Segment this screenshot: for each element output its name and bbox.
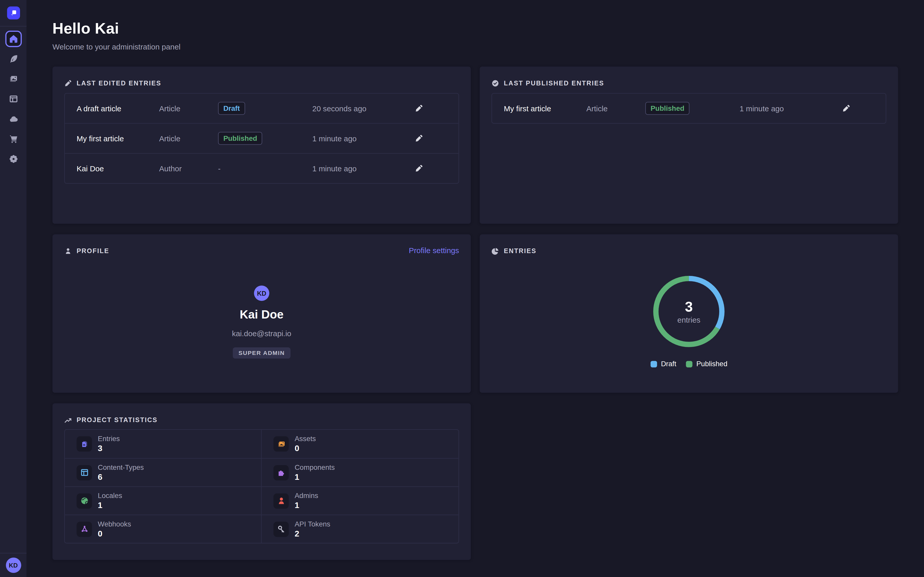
sidebar-item-content-manager[interactable] xyxy=(5,50,21,67)
sidebar-footer: KD xyxy=(0,553,26,577)
entry-time: 1 minute ago xyxy=(740,104,840,113)
card-title-text: PROJECT STATISTICS xyxy=(76,416,157,423)
entries-header: ENTRIES xyxy=(491,246,886,256)
webhook-icon xyxy=(76,521,92,537)
sidebar-item-cloud[interactable] xyxy=(5,111,21,127)
layout-icon xyxy=(76,465,92,480)
last-edited-entries-header: LAST EDITED ENTRIES xyxy=(64,78,459,88)
entry-kind: Article xyxy=(159,104,218,113)
entry-name: My first article xyxy=(76,134,159,143)
table-row[interactable]: Kai Doe Author - 1 minute ago xyxy=(65,153,459,183)
entry-name: Kai Doe xyxy=(76,164,159,172)
donut-center: 3 entries xyxy=(651,273,727,350)
stat-assets: Assets 0 xyxy=(262,430,459,458)
strapi-admin-dashboard: KD Hello Kai Welcome to your administrat… xyxy=(0,0,924,577)
stat-value: 1 xyxy=(295,472,335,481)
profile-email: kai.doe@strapi.io xyxy=(232,329,291,338)
user-avatar[interactable]: KD xyxy=(6,558,21,573)
stat-label: Assets xyxy=(295,435,316,443)
stat-label: API Tokens xyxy=(295,520,330,528)
table-row[interactable]: My first article Article Published 1 min… xyxy=(65,123,459,153)
cloud-icon xyxy=(8,114,18,124)
edit-entry-button[interactable] xyxy=(412,102,426,115)
stat-label: Components xyxy=(295,464,335,471)
card-title-text: LAST EDITED ENTRIES xyxy=(76,79,161,87)
chart-legend: Draft Published xyxy=(650,360,727,368)
last-published-entries-card: LAST PUBLISHED ENTRIES My first article … xyxy=(480,66,898,224)
profile-name: Kai Doe xyxy=(240,308,284,321)
card-title-text: ENTRIES xyxy=(504,247,536,255)
puzzle-icon xyxy=(273,465,289,480)
sidebar-nav xyxy=(5,26,21,171)
sidebar-item-home[interactable] xyxy=(5,31,21,47)
profile-role-badge: SUPER ADMIN xyxy=(233,348,291,359)
logo-section xyxy=(0,0,26,26)
profile-card: PROFILE Profile settings KD Kai Doe kai.… xyxy=(52,234,471,393)
stat-value: 2 xyxy=(295,529,330,538)
strapi-logo[interactable] xyxy=(6,6,20,19)
stat-label: Locales xyxy=(98,492,122,500)
last-published-entries-header: LAST PUBLISHED ENTRIES xyxy=(491,78,886,88)
entry-kind: Article xyxy=(586,104,645,113)
home-icon xyxy=(8,34,18,44)
stat-admins: Admins 1 xyxy=(262,486,459,514)
card-title-text: LAST PUBLISHED ENTRIES xyxy=(504,79,604,87)
stat-value: 1 xyxy=(295,500,318,509)
stat-value: 1 xyxy=(98,500,122,509)
check-circle-icon xyxy=(491,79,499,87)
stat-label: Content-Types xyxy=(98,464,144,471)
project-statistics-grid: Entries 3 Assets 0 Conte xyxy=(64,429,459,543)
stat-label: Entries xyxy=(98,435,120,443)
entry-kind: Article xyxy=(159,134,218,143)
profile-settings-link[interactable]: Profile settings xyxy=(409,246,459,255)
page-title: Hello Kai xyxy=(52,19,898,37)
donut-total-label: entries xyxy=(677,315,700,324)
main-content: Hello Kai Welcome to your administration… xyxy=(26,0,924,577)
status-badge: Published xyxy=(218,132,262,145)
status-badge: Draft xyxy=(218,102,245,115)
user-icon xyxy=(273,493,289,509)
edit-entry-button[interactable] xyxy=(840,102,853,115)
stat-locales: Locales 1 xyxy=(65,486,262,514)
sidebar-item-marketplace[interactable] xyxy=(5,131,21,147)
stat-entries: Entries 3 xyxy=(65,430,262,458)
stat-value: 6 xyxy=(98,472,144,481)
sidebar-item-settings[interactable] xyxy=(5,151,21,167)
project-statistics-header: PROJECT STATISTICS xyxy=(64,415,459,425)
dashboard-grid: LAST EDITED ENTRIES A draft article Arti… xyxy=(52,66,898,560)
stat-value: 0 xyxy=(98,529,131,538)
project-statistics-card: PROJECT STATISTICS Entries 3 xyxy=(52,403,471,560)
last-edited-table: A draft article Article Draft 20 seconds… xyxy=(64,93,459,184)
key-icon xyxy=(273,521,289,537)
cart-icon xyxy=(8,134,18,143)
entries-donut-wrap: 3 entries Draft Published xyxy=(491,273,886,368)
globe-icon xyxy=(76,493,92,509)
pictures-icon xyxy=(273,436,289,451)
feather-icon xyxy=(8,54,18,64)
sidebar-item-media-library[interactable] xyxy=(5,71,21,87)
table-row[interactable]: My first article Article Published 1 min… xyxy=(492,93,886,123)
entry-kind: Author xyxy=(159,164,218,172)
sidebar-item-content-type-builder[interactable] xyxy=(5,91,21,107)
pie-chart-icon xyxy=(491,247,499,255)
edit-entry-button[interactable] xyxy=(412,132,426,145)
table-row[interactable]: A draft article Article Draft 20 seconds… xyxy=(65,93,459,123)
profile-avatar: KD xyxy=(254,286,270,301)
pencil-icon xyxy=(64,79,72,87)
stat-label: Webhooks xyxy=(98,520,131,528)
legend-label: Draft xyxy=(661,360,676,368)
stat-label: Admins xyxy=(295,492,318,500)
page-subtitle: Welcome to your administration panel xyxy=(52,42,898,51)
last-edited-entries-card: LAST EDITED ENTRIES A draft article Arti… xyxy=(52,66,471,224)
status-empty: - xyxy=(218,164,312,172)
entries-chart-card: ENTRIES 3 entries xyxy=(480,234,898,393)
edit-entry-button[interactable] xyxy=(412,162,426,175)
strapi-logo-icon xyxy=(9,9,18,17)
legend-item-published: Published xyxy=(686,360,727,368)
profile-body: KD Kai Doe kai.doe@strapi.io SUPER ADMIN xyxy=(64,255,459,358)
stat-components: Components 1 xyxy=(262,458,459,486)
stat-webhooks: Webhooks 0 xyxy=(65,515,262,543)
pictures-icon xyxy=(8,74,18,84)
entries-donut-chart: 3 entries xyxy=(651,273,727,350)
entry-time: 20 seconds ago xyxy=(312,104,412,113)
